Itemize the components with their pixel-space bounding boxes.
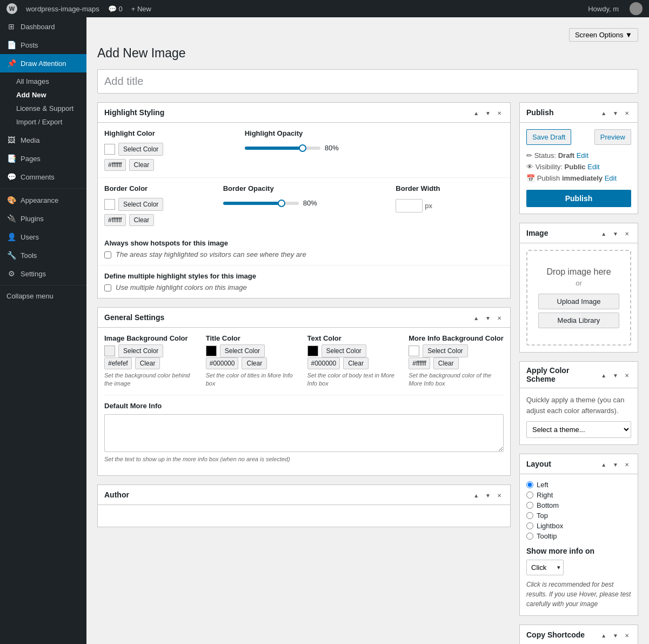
image-collapse-up[interactable] xyxy=(599,228,608,238)
more-info-bg-swatch[interactable] xyxy=(409,346,419,356)
sidebar-sub-add-new[interactable]: Add New xyxy=(0,88,86,102)
sidebar-item-tools[interactable]: 🔧 Tools xyxy=(0,246,86,264)
comments-link[interactable]: 💬 0 xyxy=(108,5,123,13)
sidebar-item-users[interactable]: 👤 Users xyxy=(0,228,86,246)
color-scheme-close[interactable] xyxy=(623,369,631,380)
title-select-color-btn[interactable]: Select Color xyxy=(220,344,265,357)
title-clear-btn[interactable]: Clear xyxy=(242,357,267,369)
layout-header[interactable]: Layout xyxy=(520,454,638,474)
publish-collapse-up[interactable] xyxy=(599,107,608,118)
sidebar-item-comments[interactable]: 💬 Comments xyxy=(0,168,86,186)
text-color-swatch[interactable] xyxy=(307,346,318,356)
more-info-bg-select-btn[interactable]: Select Color xyxy=(423,344,467,357)
border-clear-btn[interactable]: Clear xyxy=(129,214,155,226)
publish-date-edit-link[interactable]: Edit xyxy=(605,174,617,182)
copy-shortcode-header[interactable]: Copy Shortcode xyxy=(520,625,638,644)
copy-shortcode-close[interactable] xyxy=(623,629,631,640)
sidebar-item-appearance[interactable]: 🎨 Appearance xyxy=(0,191,86,209)
layout-collapse-down[interactable] xyxy=(611,459,620,469)
title-color-swatch[interactable] xyxy=(206,346,217,356)
metabox-close[interactable] xyxy=(495,107,504,118)
border-opacity-slider[interactable] xyxy=(223,202,299,205)
layout-option-lightbox[interactable]: Lightbox xyxy=(526,522,631,530)
sidebar-sub-import-export[interactable]: Import / Export xyxy=(0,115,86,129)
layout-option-right[interactable]: Right xyxy=(526,491,631,499)
color-scheme-collapse-up[interactable] xyxy=(599,369,608,380)
highlight-styling-header[interactable]: Highlight Styling xyxy=(98,103,510,123)
media-library-button[interactable]: Media Library xyxy=(538,313,619,328)
text-select-color-btn[interactable]: Select Color xyxy=(322,344,366,357)
layout-radio-left[interactable] xyxy=(526,481,533,488)
image-collapse-down[interactable] xyxy=(611,228,620,238)
collapse-menu[interactable]: Collapse menu xyxy=(0,288,86,304)
copy-shortcode-collapse-up[interactable] xyxy=(599,629,608,640)
new-button[interactable]: + New xyxy=(131,5,151,13)
border-color-swatch[interactable] xyxy=(104,199,115,210)
sidebar-item-posts[interactable]: 📄 Posts xyxy=(0,36,86,54)
image-close[interactable] xyxy=(623,228,631,238)
sidebar-item-settings[interactable]: ⚙ Settings xyxy=(0,264,86,283)
layout-radio-top[interactable] xyxy=(526,512,533,519)
author-collapse-down[interactable] xyxy=(483,489,493,500)
copy-shortcode-collapse-down[interactable] xyxy=(611,629,620,640)
sidebar-item-dashboard[interactable]: ⊞ Dashboard xyxy=(0,17,86,36)
highlight-color-swatch[interactable] xyxy=(104,144,115,155)
status-edit-link[interactable]: Edit xyxy=(577,151,588,160)
screen-options-button[interactable]: Screen Options ▼ xyxy=(569,28,638,42)
layout-collapse-up[interactable] xyxy=(599,459,608,469)
more-info-bg-clear-btn[interactable]: Clear xyxy=(433,357,459,369)
click-select[interactable]: Click Hover xyxy=(526,560,564,575)
publish-close[interactable] xyxy=(623,107,631,118)
border-select-color-btn[interactable]: Select Color xyxy=(118,198,163,211)
layout-option-tooltip[interactable]: Tooltip xyxy=(526,532,631,540)
save-draft-button[interactable]: Save Draft xyxy=(526,129,571,145)
sidebar-item-media[interactable]: 🖼 Media xyxy=(0,131,86,149)
image-header[interactable]: Image xyxy=(520,223,638,243)
publish-header[interactable]: Publish xyxy=(520,103,638,123)
publish-collapse-down[interactable] xyxy=(611,107,620,118)
layout-option-top[interactable]: Top xyxy=(526,512,631,520)
layout-close[interactable] xyxy=(623,459,631,469)
metabox-collapse-down[interactable] xyxy=(483,107,493,118)
sidebar-sub-license-support[interactable]: License & Support xyxy=(0,102,86,115)
visibility-edit-link[interactable]: Edit xyxy=(587,163,599,171)
site-name[interactable]: wordpress-image-maps xyxy=(26,5,99,13)
sidebar-item-pages[interactable]: 📑 Pages xyxy=(0,149,86,168)
general-collapse-down[interactable] xyxy=(483,312,493,323)
sidebar-item-plugins[interactable]: 🔌 Plugins xyxy=(0,209,86,228)
layout-radio-tooltip[interactable] xyxy=(526,533,533,540)
general-collapse-up[interactable] xyxy=(471,312,481,323)
author-header[interactable]: Author xyxy=(98,485,510,505)
text-clear-btn[interactable]: Clear xyxy=(343,357,369,369)
image-bg-clear-btn[interactable]: Clear xyxy=(135,357,160,369)
preview-button[interactable]: Preview xyxy=(594,129,631,145)
title-input[interactable] xyxy=(97,69,638,94)
publish-button[interactable]: Publish xyxy=(526,190,631,207)
highlight-clear-btn[interactable]: Clear xyxy=(129,159,155,171)
theme-select[interactable]: Select a theme... xyxy=(526,421,631,438)
general-close[interactable] xyxy=(495,312,504,323)
multiple-highlight-checkbox[interactable] xyxy=(104,284,111,291)
sidebar-item-draw-attention[interactable]: 📌 Draw Attention xyxy=(0,54,86,72)
layout-radio-right[interactable] xyxy=(526,492,533,499)
color-scheme-collapse-down[interactable] xyxy=(611,369,620,380)
image-bg-swatch[interactable] xyxy=(104,346,115,356)
highlight-opacity-slider[interactable] xyxy=(245,147,320,150)
general-settings-header[interactable]: General Settings xyxy=(98,308,510,328)
author-close[interactable] xyxy=(495,489,504,500)
author-collapse-up[interactable] xyxy=(471,489,481,500)
highlight-select-color-btn[interactable]: Select Color xyxy=(118,143,163,156)
always-show-checkbox[interactable] xyxy=(104,251,111,258)
layout-radio-lightbox[interactable] xyxy=(526,522,533,529)
image-bg-select-btn[interactable]: Select Color xyxy=(118,344,163,357)
layout-radio-bottom[interactable] xyxy=(526,502,533,509)
border-width-input[interactable]: 1 xyxy=(396,199,423,213)
layout-option-bottom[interactable]: Bottom xyxy=(526,501,631,509)
image-drop-zone[interactable]: Drop image here or Upload Image Media Li… xyxy=(526,250,631,346)
more-info-textarea[interactable] xyxy=(104,414,504,452)
sidebar-sub-all-images[interactable]: All Images xyxy=(0,75,86,88)
layout-option-left[interactable]: Left xyxy=(526,481,631,489)
color-scheme-header[interactable]: Apply Color Scheme xyxy=(520,362,638,388)
metabox-collapse-up[interactable] xyxy=(471,107,481,118)
upload-image-button[interactable]: Upload Image xyxy=(538,294,619,309)
